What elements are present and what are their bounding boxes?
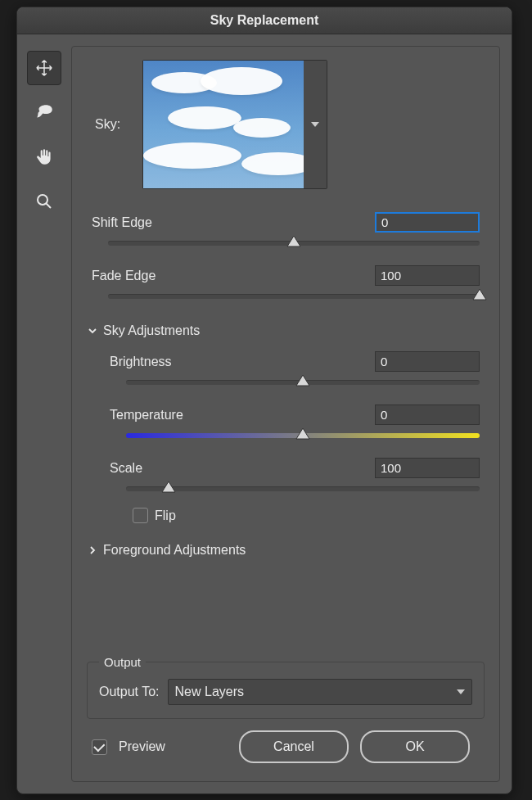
- output-legend: Output: [99, 655, 146, 669]
- ok-button[interactable]: OK: [360, 730, 470, 763]
- brush-tool-button[interactable]: [28, 97, 61, 129]
- move-tool-button[interactable]: [27, 51, 61, 85]
- fade-edge-slider[interactable]: [108, 289, 480, 302]
- shift-edge-slider[interactable]: [108, 236, 480, 249]
- chevron-down-icon: [87, 326, 98, 336]
- left-toolbar: [25, 46, 63, 782]
- sky-label: Sky:: [95, 117, 128, 132]
- ok-button-label: OK: [405, 739, 424, 754]
- scale-label: Scale: [110, 461, 142, 476]
- flip-label: Flip: [155, 508, 176, 523]
- cancel-button[interactable]: Cancel: [239, 730, 349, 763]
- sky-adjustments-header[interactable]: Sky Adjustments: [87, 319, 485, 343]
- sky-replacement-dialog: Sky Replacement: [16, 7, 512, 794]
- titlebar[interactable]: Sky Replacement: [17, 7, 512, 34]
- brightness-input[interactable]: [375, 351, 480, 372]
- dialog-title: Sky Replacement: [210, 13, 319, 28]
- shift-edge-input[interactable]: [375, 212, 480, 233]
- dialog-content: Sky: Shift Edge: [71, 46, 500, 782]
- preview-label: Preview: [119, 739, 165, 754]
- sky-adjustments-label: Sky Adjustments: [103, 323, 200, 338]
- zoom-tool-button[interactable]: [28, 185, 61, 218]
- shift-edge-label: Shift Edge: [92, 215, 152, 230]
- flip-checkbox[interactable]: [133, 508, 148, 523]
- chevron-down-icon: [311, 122, 319, 127]
- hand-tool-button[interactable]: [28, 141, 61, 174]
- move-tool-icon: [35, 59, 53, 77]
- chevron-down-icon: [457, 689, 465, 694]
- sky-thumbnail: [143, 61, 304, 188]
- output-to-label: Output To:: [99, 685, 160, 699]
- svg-point-0: [38, 195, 47, 205]
- output-to-value: New Layers: [175, 685, 244, 699]
- chevron-right-icon: [87, 545, 98, 555]
- preview-checkbox[interactable]: [92, 739, 107, 755]
- foreground-adjustments-label: Foreground Adjustments: [103, 543, 246, 558]
- brush-tool-icon: [34, 102, 55, 124]
- brightness-slider[interactable]: [126, 375, 480, 388]
- zoom-tool-icon: [34, 192, 54, 211]
- fade-edge-label: Fade Edge: [92, 269, 156, 283]
- foreground-adjustments-header[interactable]: Foreground Adjustments: [87, 538, 485, 563]
- sky-picker[interactable]: [142, 60, 327, 189]
- output-fieldset: Output Output To: New Layers: [87, 655, 485, 719]
- scale-slider[interactable]: [126, 481, 480, 495]
- temperature-label: Temperature: [110, 408, 183, 423]
- output-to-select[interactable]: New Layers: [168, 679, 472, 705]
- temperature-input[interactable]: [375, 405, 480, 425]
- hand-tool-icon: [34, 147, 55, 168]
- cancel-button-label: Cancel: [273, 739, 314, 754]
- brightness-label: Brightness: [110, 355, 172, 369]
- sky-picker-caret[interactable]: [304, 61, 327, 188]
- scale-input[interactable]: [375, 458, 480, 478]
- temperature-slider[interactable]: [126, 428, 480, 441]
- fade-edge-input[interactable]: [375, 265, 480, 286]
